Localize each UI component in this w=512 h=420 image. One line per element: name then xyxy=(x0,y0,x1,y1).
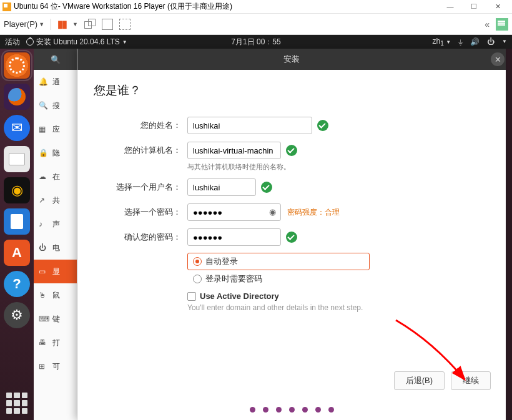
window-title-text: Ubuntu 64 位- VMware Workstation 16 Playe… xyxy=(14,1,232,12)
dialog-close-button[interactable]: ✕ xyxy=(491,52,505,66)
notes-icon[interactable] xyxy=(496,18,508,31)
check-ok-icon xyxy=(286,145,297,156)
ad-hint: You'll enter domain and other details in… xyxy=(187,303,490,312)
dock-thunderbird-icon[interactable] xyxy=(4,115,30,141)
settings-item-label: 声 xyxy=(52,219,60,230)
settings-item[interactable]: ▦应 xyxy=(34,117,77,141)
login-options: 自动登录 登录时需要密码 xyxy=(187,253,370,288)
dialog-title: 安装 xyxy=(283,54,300,65)
desktop: 🔍 🔔通🔍搜▦应🔒隐☁在↗共♪声⏻电▭显🖱鼠⌨键🖶打⊞可 ✕ 安装 — 您是谁？… xyxy=(0,49,512,420)
settings-item-icon: ▭ xyxy=(39,267,47,276)
require-password-radio[interactable]: 登录时需要密码 xyxy=(187,270,370,288)
check-ok-icon xyxy=(286,232,297,243)
vmware-icon xyxy=(2,2,11,11)
settings-item-label: 隐 xyxy=(52,148,60,159)
settings-item-label: 通 xyxy=(52,77,60,87)
dock-apps-grid-icon[interactable] xyxy=(6,393,27,414)
active-directory-checkbox[interactable]: Use Active Directory xyxy=(187,291,490,301)
window-controls: — ☐ ✕ xyxy=(438,1,510,13)
settings-item-icon: ▦ xyxy=(39,125,47,134)
settings-item[interactable]: ↗共 xyxy=(34,188,77,212)
settings-item[interactable]: 🔔通 xyxy=(34,70,77,94)
unity-icon[interactable] xyxy=(119,19,130,30)
progress-dots xyxy=(77,407,506,413)
pause-icon[interactable]: ▮▮ xyxy=(57,18,66,30)
password-input[interactable] xyxy=(187,203,281,221)
settings-sidebar: 🔍 🔔通🔍搜▦应🔒隐☁在↗共♪声⏻电▭显🖱鼠⌨键🖶打⊞可 xyxy=(34,49,77,420)
username-label: 选择一个用户名： xyxy=(94,182,181,193)
settings-item[interactable]: ⊞可 xyxy=(34,354,77,378)
settings-item-label: 应 xyxy=(52,124,60,135)
dropdown-icon[interactable]: ▼ xyxy=(72,21,78,27)
settings-item-label: 键 xyxy=(52,314,60,325)
maximize-button[interactable]: ☐ xyxy=(462,1,486,13)
settings-item[interactable]: ⌨键 xyxy=(34,307,77,331)
dock-help-icon[interactable] xyxy=(4,271,30,297)
settings-item[interactable]: ⏻电 xyxy=(34,236,77,260)
ad-label: Use Active Directory xyxy=(200,291,279,301)
settings-item[interactable]: ☁在 xyxy=(34,165,77,188)
continue-button[interactable]: 继续 xyxy=(451,371,491,390)
dock-writer-icon[interactable] xyxy=(4,208,30,235)
dock xyxy=(0,49,34,420)
name-input[interactable] xyxy=(187,117,312,134)
dock-settings-icon[interactable] xyxy=(4,302,30,328)
back-button[interactable]: 后退(B) xyxy=(394,371,445,390)
settings-item-label: 可 xyxy=(52,361,60,372)
confirm-input[interactable] xyxy=(187,228,281,246)
radio-dot-icon xyxy=(193,257,202,266)
settings-item-label: 打 xyxy=(52,338,60,348)
dock-rhythmbox-icon[interactable] xyxy=(4,177,30,203)
settings-item-icon: ⊞ xyxy=(39,362,47,371)
settings-item-icon: 🔔 xyxy=(39,77,47,86)
settings-item[interactable]: ♪声 xyxy=(34,212,77,236)
settings-item[interactable]: 🔒隐 xyxy=(34,141,77,165)
settings-item-label: 显 xyxy=(52,266,60,277)
dock-firefox-icon[interactable] xyxy=(4,84,30,110)
fullscreen-icon[interactable] xyxy=(102,19,113,30)
window-title: Ubuntu 64 位- VMware Workstation 16 Playe… xyxy=(2,1,438,12)
dock-show-apps-icon[interactable] xyxy=(4,52,30,79)
settings-item-label: 鼠 xyxy=(52,290,60,301)
auto-login-label: 自动登录 xyxy=(205,256,238,267)
settings-item[interactable]: ▭显 xyxy=(34,260,77,283)
dropdown-icon: ▼ xyxy=(39,21,44,27)
settings-search[interactable]: 🔍 xyxy=(34,49,77,70)
player-label: Player(P) xyxy=(4,19,37,29)
settings-item[interactable]: 🖱鼠 xyxy=(34,283,77,307)
minimize-button[interactable]: — xyxy=(438,1,462,13)
auto-login-radio[interactable]: 自动登录 xyxy=(187,253,370,270)
installer-dialog: 安装 — 您是谁？ 您的姓名： 您的计算机名： 与其他计算机联络时使用的名称。 … xyxy=(77,49,506,420)
password-strength: 密码强度：合理 xyxy=(287,207,340,218)
settings-item-label: 电 xyxy=(52,243,60,253)
settings-item-label: 搜 xyxy=(52,100,60,111)
eye-icon[interactable]: ◉ xyxy=(269,207,276,217)
settings-item-icon: ↗ xyxy=(39,196,47,205)
player-menu[interactable]: Player(P) ▼ xyxy=(4,19,44,29)
check-ok-icon xyxy=(261,182,272,193)
confirm-label: 确认您的密码： xyxy=(94,232,181,243)
computer-input[interactable] xyxy=(187,142,281,159)
clock[interactable]: 7月1日 00：55 xyxy=(0,37,512,47)
dock-files-icon[interactable] xyxy=(4,146,30,172)
settings-item-label: 在 xyxy=(52,172,60,182)
check-ok-icon xyxy=(317,120,328,131)
radio-dot-icon xyxy=(193,275,202,283)
settings-item[interactable]: 🔍搜 xyxy=(34,94,77,117)
checkbox-icon xyxy=(187,292,196,301)
settings-item-icon: 🔒 xyxy=(39,149,47,157)
gnome-top-bar: 活动 安装 Ubuntu 20.04.6 LTS ▼ 7月1日 00：55 zh… xyxy=(0,35,512,49)
close-button[interactable]: ✕ xyxy=(486,1,510,13)
vmware-toolbar: Player(P) ▼ ▮▮ ▼ « xyxy=(0,14,512,35)
send-keys-icon[interactable] xyxy=(84,19,96,30)
settings-item-icon: 🔍 xyxy=(39,101,47,110)
collapse-icon[interactable]: « xyxy=(485,19,490,29)
settings-item-icon: ⏻ xyxy=(39,243,47,252)
settings-item-label: 共 xyxy=(52,195,60,206)
settings-item-icon: ♪ xyxy=(39,220,47,228)
dialog-titlebar: 安装 — xyxy=(77,49,506,70)
username-input[interactable] xyxy=(187,178,256,196)
dialog-heading: 您是谁？ xyxy=(94,82,490,99)
settings-item[interactable]: 🖶打 xyxy=(34,331,77,354)
dock-software-icon[interactable] xyxy=(4,240,30,266)
